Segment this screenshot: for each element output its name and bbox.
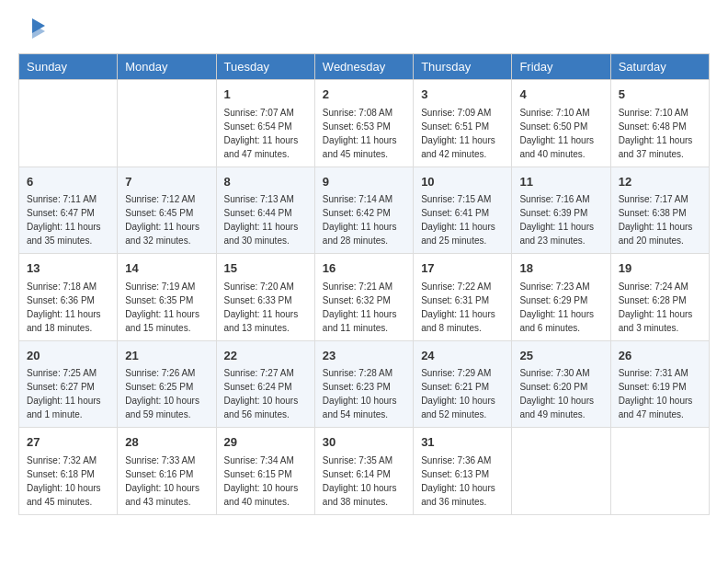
day-number: 17 <box>421 259 504 278</box>
calendar-cell: 4Sunrise: 7:10 AMSunset: 6:50 PMDaylight… <box>512 80 610 167</box>
calendar-header-row: SundayMondayTuesdayWednesdayThursdayFrid… <box>19 54 710 80</box>
day-number: 28 <box>125 433 208 452</box>
calendar-cell: 12Sunrise: 7:17 AMSunset: 6:38 PMDayligh… <box>610 167 709 254</box>
day-number: 10 <box>421 173 504 191</box>
day-info: Sunrise: 7:14 AMSunset: 6:42 PMDaylight:… <box>323 192 405 247</box>
calendar-cell: 7Sunrise: 7:12 AMSunset: 6:45 PMDaylight… <box>118 167 216 254</box>
calendar-cell: 24Sunrise: 7:29 AMSunset: 6:21 PMDayligh… <box>414 340 512 428</box>
day-number: 6 <box>27 173 109 191</box>
day-info: Sunrise: 7:08 AMSunset: 6:53 PMDaylight:… <box>323 106 405 161</box>
day-number: 22 <box>224 347 307 365</box>
day-number: 12 <box>619 173 701 191</box>
day-info: Sunrise: 7:18 AMSunset: 6:36 PMDaylight:… <box>27 280 109 335</box>
logo-flag-icon <box>19 18 45 39</box>
calendar-cell: 30Sunrise: 7:35 AMSunset: 6:14 PMDayligh… <box>314 428 413 515</box>
calendar-cell <box>512 428 610 515</box>
calendar-cell: 31Sunrise: 7:36 AMSunset: 6:13 PMDayligh… <box>414 428 512 515</box>
calendar-cell: 29Sunrise: 7:34 AMSunset: 6:15 PMDayligh… <box>216 428 314 515</box>
calendar-cell: 8Sunrise: 7:13 AMSunset: 6:44 PMDaylight… <box>216 167 314 254</box>
day-info: Sunrise: 7:12 AMSunset: 6:45 PMDaylight:… <box>125 192 208 247</box>
calendar-cell: 16Sunrise: 7:21 AMSunset: 6:32 PMDayligh… <box>314 254 413 341</box>
calendar-cell: 20Sunrise: 7:25 AMSunset: 6:27 PMDayligh… <box>19 340 118 428</box>
calendar-cell: 23Sunrise: 7:28 AMSunset: 6:23 PMDayligh… <box>314 340 413 428</box>
day-info: Sunrise: 7:19 AMSunset: 6:35 PMDaylight:… <box>125 280 208 335</box>
day-number: 8 <box>224 173 307 191</box>
weekday-header: Friday <box>512 54 610 80</box>
day-number: 14 <box>125 259 208 278</box>
calendar-cell: 14Sunrise: 7:19 AMSunset: 6:35 PMDayligh… <box>118 254 216 341</box>
day-number: 27 <box>27 433 109 452</box>
day-number: 9 <box>323 173 405 191</box>
calendar-cell: 6Sunrise: 7:11 AMSunset: 6:47 PMDaylight… <box>19 167 118 254</box>
calendar-cell: 19Sunrise: 7:24 AMSunset: 6:28 PMDayligh… <box>610 254 709 341</box>
day-info: Sunrise: 7:17 AMSunset: 6:38 PMDaylight:… <box>619 192 701 247</box>
day-number: 1 <box>224 86 307 104</box>
calendar-cell: 10Sunrise: 7:15 AMSunset: 6:41 PMDayligh… <box>414 167 512 254</box>
day-info: Sunrise: 7:10 AMSunset: 6:48 PMDaylight:… <box>619 106 701 161</box>
day-info: Sunrise: 7:35 AMSunset: 6:14 PMDaylight:… <box>323 454 405 509</box>
day-number: 4 <box>519 86 602 104</box>
day-info: Sunrise: 7:28 AMSunset: 6:23 PMDaylight:… <box>323 366 405 421</box>
calendar-cell: 5Sunrise: 7:10 AMSunset: 6:48 PMDaylight… <box>610 80 709 167</box>
day-number: 18 <box>519 259 602 278</box>
day-info: Sunrise: 7:09 AMSunset: 6:51 PMDaylight:… <box>421 106 504 161</box>
day-number: 30 <box>323 433 405 452</box>
day-info: Sunrise: 7:27 AMSunset: 6:24 PMDaylight:… <box>224 366 307 421</box>
calendar-cell: 27Sunrise: 7:32 AMSunset: 6:18 PMDayligh… <box>19 428 118 515</box>
calendar-cell: 9Sunrise: 7:14 AMSunset: 6:42 PMDaylight… <box>314 167 413 254</box>
day-info: Sunrise: 7:25 AMSunset: 6:27 PMDaylight:… <box>27 366 109 421</box>
calendar-cell: 18Sunrise: 7:23 AMSunset: 6:29 PMDayligh… <box>512 254 610 341</box>
calendar-cell: 21Sunrise: 7:26 AMSunset: 6:25 PMDayligh… <box>118 340 216 428</box>
day-info: Sunrise: 7:24 AMSunset: 6:28 PMDaylight:… <box>619 280 701 335</box>
calendar-cell: 17Sunrise: 7:22 AMSunset: 6:31 PMDayligh… <box>414 254 512 341</box>
weekday-header: Saturday <box>610 54 709 80</box>
calendar-week-row: 20Sunrise: 7:25 AMSunset: 6:27 PMDayligh… <box>19 340 710 428</box>
day-number: 25 <box>519 347 602 365</box>
calendar-body: 1Sunrise: 7:07 AMSunset: 6:54 PMDaylight… <box>19 80 710 515</box>
day-info: Sunrise: 7:15 AMSunset: 6:41 PMDaylight:… <box>421 192 504 247</box>
day-info: Sunrise: 7:33 AMSunset: 6:16 PMDaylight:… <box>125 454 208 509</box>
calendar-cell <box>610 428 709 515</box>
day-number: 13 <box>27 259 109 278</box>
calendar-table: SundayMondayTuesdayWednesdayThursdayFrid… <box>18 53 710 515</box>
calendar-cell <box>118 80 216 167</box>
weekday-header: Sunday <box>19 54 118 80</box>
day-info: Sunrise: 7:30 AMSunset: 6:20 PMDaylight:… <box>519 366 602 421</box>
day-info: Sunrise: 7:32 AMSunset: 6:18 PMDaylight:… <box>27 454 109 509</box>
calendar-week-row: 13Sunrise: 7:18 AMSunset: 6:36 PMDayligh… <box>19 254 710 341</box>
calendar-cell: 11Sunrise: 7:16 AMSunset: 6:39 PMDayligh… <box>512 167 610 254</box>
day-info: Sunrise: 7:31 AMSunset: 6:19 PMDaylight:… <box>619 366 701 421</box>
day-number: 5 <box>619 86 701 104</box>
weekday-header: Wednesday <box>314 54 413 80</box>
day-number: 11 <box>519 173 602 191</box>
day-info: Sunrise: 7:10 AMSunset: 6:50 PMDaylight:… <box>519 106 602 161</box>
calendar-week-row: 6Sunrise: 7:11 AMSunset: 6:47 PMDaylight… <box>19 167 710 254</box>
calendar-cell <box>19 80 118 167</box>
day-number: 31 <box>421 433 504 452</box>
day-number: 19 <box>619 259 701 278</box>
day-info: Sunrise: 7:07 AMSunset: 6:54 PMDaylight:… <box>224 106 307 161</box>
day-info: Sunrise: 7:34 AMSunset: 6:15 PMDaylight:… <box>224 454 307 509</box>
calendar-cell: 3Sunrise: 7:09 AMSunset: 6:51 PMDaylight… <box>414 80 512 167</box>
day-info: Sunrise: 7:13 AMSunset: 6:44 PMDaylight:… <box>224 192 307 247</box>
calendar-cell: 15Sunrise: 7:20 AMSunset: 6:33 PMDayligh… <box>216 254 314 341</box>
day-number: 3 <box>421 86 504 104</box>
day-info: Sunrise: 7:29 AMSunset: 6:21 PMDaylight:… <box>421 366 504 421</box>
weekday-header: Thursday <box>414 54 512 80</box>
day-info: Sunrise: 7:23 AMSunset: 6:29 PMDaylight:… <box>519 280 602 335</box>
day-number: 7 <box>125 173 208 191</box>
calendar-cell: 2Sunrise: 7:08 AMSunset: 6:53 PMDaylight… <box>314 80 413 167</box>
day-info: Sunrise: 7:36 AMSunset: 6:13 PMDaylight:… <box>421 454 504 509</box>
day-number: 16 <box>323 259 405 278</box>
day-number: 29 <box>224 433 307 452</box>
calendar-week-row: 1Sunrise: 7:07 AMSunset: 6:54 PMDaylight… <box>19 80 710 167</box>
day-info: Sunrise: 7:22 AMSunset: 6:31 PMDaylight:… <box>421 280 504 335</box>
calendar-cell: 1Sunrise: 7:07 AMSunset: 6:54 PMDaylight… <box>216 80 314 167</box>
day-info: Sunrise: 7:21 AMSunset: 6:32 PMDaylight:… <box>323 280 405 335</box>
day-number: 15 <box>224 259 307 278</box>
day-number: 21 <box>125 347 208 365</box>
calendar-week-row: 27Sunrise: 7:32 AMSunset: 6:18 PMDayligh… <box>19 428 710 515</box>
day-info: Sunrise: 7:26 AMSunset: 6:25 PMDaylight:… <box>125 366 208 421</box>
page-header <box>18 18 710 39</box>
weekday-header: Monday <box>118 54 216 80</box>
